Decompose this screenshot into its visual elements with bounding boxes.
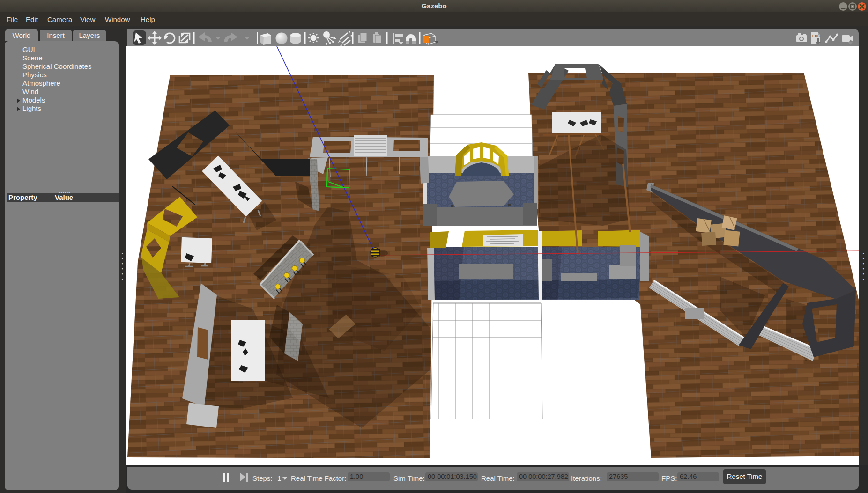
svg-text:LOG: LOG (812, 34, 820, 38)
